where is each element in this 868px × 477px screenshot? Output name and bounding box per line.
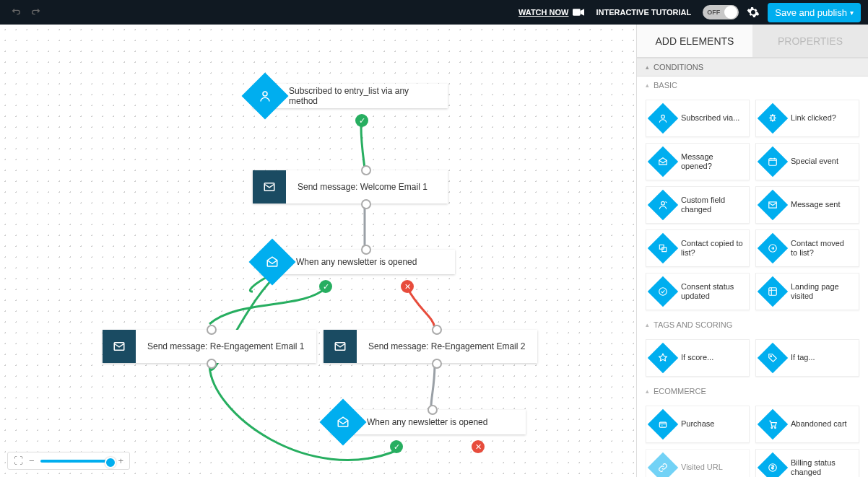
tutorial-label: INTERACTIVE TUTORIAL xyxy=(596,8,691,17)
palette-visited-url[interactable]: Visited URL xyxy=(646,449,750,477)
yes-port[interactable]: ✓ xyxy=(390,440,403,453)
zoom-in-button[interactable]: + xyxy=(118,455,124,466)
sidebar: ADD ELEMENTS PROPERTIES CONDITIONS BASIC… xyxy=(636,25,868,477)
node-label: Send message: Re-Engagement Email 2 xyxy=(357,341,537,351)
in-port[interactable] xyxy=(432,325,442,335)
tab-properties[interactable]: PROPERTIES xyxy=(752,25,868,57)
subsection-ecommerce[interactable]: ECOMMERCE xyxy=(637,382,868,400)
palette-abandoned-cart[interactable]: Abandoned cart xyxy=(755,406,859,443)
svg-rect-0 xyxy=(573,9,581,15)
palette-if-tag[interactable]: If tag... xyxy=(755,339,859,377)
zoom-slider[interactable] xyxy=(40,460,113,463)
node-send-reengage-1[interactable]: Send message: Re-Engagement Email 1 xyxy=(103,330,316,363)
undo-button[interactable] xyxy=(7,4,25,21)
node-label: When any newsletter is opened xyxy=(355,417,499,427)
yes-port[interactable]: ✓ xyxy=(319,280,332,293)
palette-subscribed-via[interactable]: Subscribed via... xyxy=(646,100,750,137)
svg-point-14 xyxy=(771,356,772,357)
palette-purchase[interactable]: Purchase xyxy=(646,406,750,443)
out-port[interactable] xyxy=(432,359,442,369)
palette-consent-updated[interactable]: Consent status updated xyxy=(646,273,750,310)
in-port[interactable] xyxy=(361,165,371,175)
gear-icon xyxy=(747,6,760,19)
node-send-welcome-1[interactable]: Send message: Welcome Email 1 xyxy=(253,170,448,204)
workflow-canvas[interactable]: Subscribed to entry_list via any method … xyxy=(0,25,636,477)
condition-icon xyxy=(319,398,366,445)
node-label: Subscribed to entry_list via any method xyxy=(277,86,448,106)
zoom-controls: ⛶ − + xyxy=(7,452,130,470)
node-label: Send message: Re-Engagement Email 1 xyxy=(136,341,316,351)
no-port[interactable]: ✕ xyxy=(472,440,485,453)
node-label: Send message: Welcome Email 1 xyxy=(286,182,439,192)
palette-billing-changed[interactable]: Billing status changed xyxy=(755,449,859,477)
save-publish-button[interactable]: Save and publish xyxy=(768,3,861,22)
node-label: When any newsletter is opened xyxy=(285,257,428,267)
condition-icon xyxy=(241,72,288,119)
yes-port[interactable]: ✓ xyxy=(355,114,368,127)
palette-link-clicked[interactable]: Link clicked? xyxy=(755,100,859,137)
sidebar-scroll[interactable]: CONDITIONS BASIC Subscribed via... Link … xyxy=(637,58,868,477)
node-subscribed-condition[interactable]: Subscribed to entry_list via any method … xyxy=(253,84,448,108)
svg-rect-6 xyxy=(769,159,777,165)
redo-button[interactable] xyxy=(27,4,45,21)
palette-contact-copied[interactable]: Contact copied to list? xyxy=(646,229,750,267)
tab-add-elements[interactable]: ADD ELEMENTS xyxy=(637,25,752,57)
palette-custom-field[interactable]: Custom field changed xyxy=(646,186,750,224)
zoom-out-button[interactable]: − xyxy=(29,455,35,466)
save-label: Save and publish xyxy=(775,7,847,18)
svg-point-17 xyxy=(775,427,776,429)
top-bar: WATCH NOW INTERACTIVE TUTORIAL OFF Save … xyxy=(0,0,868,25)
condition-icon xyxy=(248,238,295,285)
svg-point-7 xyxy=(661,201,665,205)
action-icon xyxy=(253,170,286,204)
svg-rect-15 xyxy=(659,422,666,427)
watch-now-link[interactable]: WATCH NOW xyxy=(518,8,584,17)
section-conditions[interactable]: CONDITIONS xyxy=(637,58,868,76)
toggle-state: OFF xyxy=(707,9,720,16)
out-port[interactable] xyxy=(361,199,371,209)
in-port[interactable] xyxy=(428,405,438,415)
node-newsletter-opened-2[interactable]: When any newsletter is opened ✓ ✕ xyxy=(331,410,526,434)
watch-now-label: WATCH NOW xyxy=(518,8,568,17)
subsection-tags-scoring[interactable]: TAGS AND SCORING xyxy=(637,316,868,333)
palette-message-sent[interactable]: Message sent xyxy=(755,186,859,224)
palette-special-event[interactable]: Special event xyxy=(755,143,859,180)
action-icon xyxy=(103,330,136,363)
tutorial-toggle[interactable]: OFF xyxy=(703,5,739,19)
video-icon xyxy=(573,8,584,17)
in-port[interactable] xyxy=(207,325,217,335)
svg-point-5 xyxy=(661,115,665,118)
palette-if-score[interactable]: If score... xyxy=(646,339,750,377)
palette-landing-visited[interactable]: Landing page visited xyxy=(755,273,859,310)
subsection-basic[interactable]: BASIC xyxy=(637,76,868,94)
toggle-knob xyxy=(724,6,737,19)
settings-button[interactable] xyxy=(745,4,762,21)
node-newsletter-opened-1[interactable]: When any newsletter is opened ✓ ✕ xyxy=(260,250,455,274)
out-port[interactable] xyxy=(207,359,217,369)
palette-message-opened[interactable]: Message opened? xyxy=(646,143,750,180)
fit-icon[interactable]: ⛶ xyxy=(14,455,23,466)
svg-point-12 xyxy=(659,288,667,296)
palette-contact-moved[interactable]: Contact moved to list? xyxy=(755,229,859,267)
action-icon xyxy=(324,330,357,363)
no-port[interactable]: ✕ xyxy=(401,280,414,293)
slider-thumb[interactable] xyxy=(105,457,116,468)
svg-point-1 xyxy=(263,92,267,96)
svg-point-16 xyxy=(771,427,773,429)
svg-rect-13 xyxy=(769,288,777,296)
in-port[interactable] xyxy=(361,245,371,255)
node-send-reengage-2[interactable]: Send message: Re-Engagement Email 2 xyxy=(324,330,537,363)
